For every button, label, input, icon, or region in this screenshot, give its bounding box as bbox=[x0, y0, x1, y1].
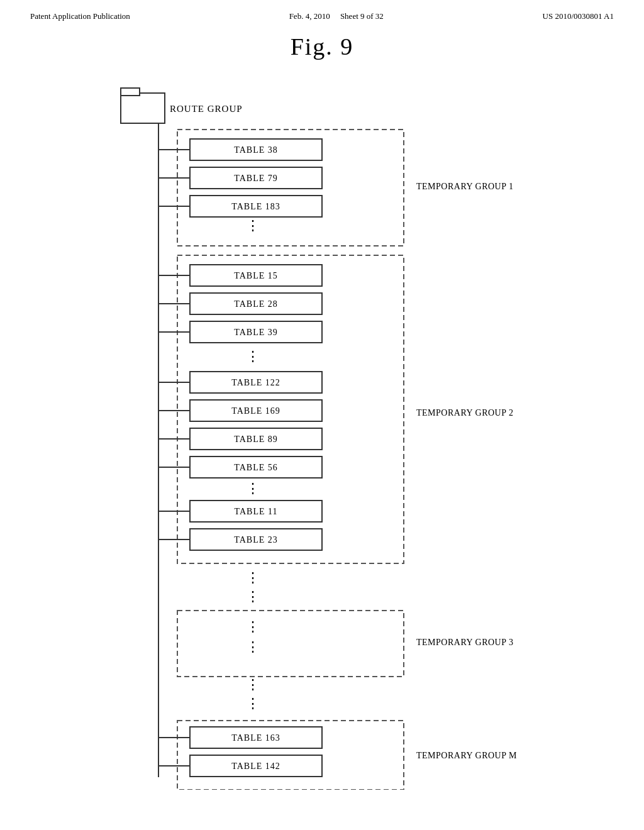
svg-text:TEMPORARY  GROUP  2: TEMPORARY GROUP 2 bbox=[416, 408, 514, 418]
svg-text:⋮: ⋮ bbox=[246, 570, 260, 585]
diagram-svg: ROUTE GROUP TABLE 38 TABLE 79 TABLE 183 … bbox=[102, 79, 542, 790]
header-left: Patent Application Publication bbox=[30, 11, 130, 21]
svg-text:⋮: ⋮ bbox=[246, 639, 260, 655]
svg-text:ROUTE  GROUP: ROUTE GROUP bbox=[170, 104, 243, 114]
svg-text:TABLE  56: TABLE 56 bbox=[234, 463, 277, 472]
svg-rect-49 bbox=[177, 611, 404, 677]
svg-text:TABLE  39: TABLE 39 bbox=[234, 328, 277, 337]
svg-text:TEMPORARY  GROUP  1: TEMPORARY GROUP 1 bbox=[416, 182, 514, 191]
svg-text:⋮: ⋮ bbox=[246, 589, 260, 604]
svg-text:TABLE  122: TABLE 122 bbox=[231, 378, 280, 387]
svg-text:TABLE  15: TABLE 15 bbox=[234, 271, 277, 280]
svg-rect-0 bbox=[121, 93, 165, 123]
svg-text:TABLE  79: TABLE 79 bbox=[234, 174, 277, 183]
svg-text:⋮: ⋮ bbox=[246, 677, 260, 692]
svg-text:TABLE  38: TABLE 38 bbox=[234, 145, 277, 155]
header-right: US 2010/0030801 A1 bbox=[543, 11, 614, 21]
svg-text:TEMPORARY  GROUP  M: TEMPORARY GROUP M bbox=[416, 751, 517, 760]
page-header: Patent Application Publication Feb. 4, 2… bbox=[0, 0, 644, 26]
figure-title: Fig. 9 bbox=[0, 33, 644, 60]
svg-text:TABLE  169: TABLE 169 bbox=[231, 406, 280, 416]
svg-text:TABLE  142: TABLE 142 bbox=[231, 761, 280, 771]
svg-text:TABLE  89: TABLE 89 bbox=[234, 434, 277, 444]
svg-text:⋮: ⋮ bbox=[246, 348, 260, 364]
svg-text:⋮: ⋮ bbox=[246, 218, 260, 233]
svg-text:⋮: ⋮ bbox=[246, 695, 260, 711]
svg-text:⋮: ⋮ bbox=[246, 619, 260, 634]
svg-text:TEMPORARY  GROUP  3: TEMPORARY GROUP 3 bbox=[416, 638, 514, 647]
svg-text:TABLE  163: TABLE 163 bbox=[231, 733, 280, 743]
svg-text:⋮: ⋮ bbox=[246, 480, 260, 496]
svg-rect-1 bbox=[121, 88, 140, 96]
header-center: Feb. 4, 2010 Sheet 9 of 32 bbox=[289, 11, 384, 21]
svg-text:TABLE  183: TABLE 183 bbox=[231, 202, 280, 211]
svg-text:TABLE  23: TABLE 23 bbox=[234, 535, 277, 545]
diagram-area: ROUTE GROUP TABLE 38 TABLE 79 TABLE 183 … bbox=[102, 79, 542, 771]
svg-text:TABLE  28: TABLE 28 bbox=[234, 299, 277, 309]
svg-text:TABLE  11: TABLE 11 bbox=[235, 507, 278, 516]
